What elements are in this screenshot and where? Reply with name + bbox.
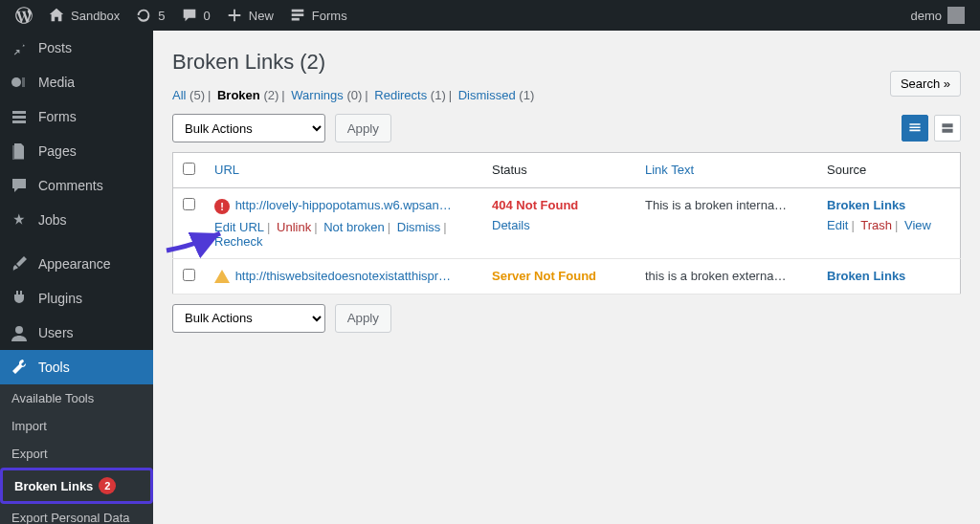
source-link[interactable]: Broken Links (827, 269, 905, 283)
menu-tools[interactable]: Tools (0, 350, 153, 384)
forms-link[interactable]: Forms (281, 0, 355, 31)
url-link[interactable]: http://lovely-hippopotamus.w6.wpsan… (235, 198, 452, 212)
table-row: http://lovely-hippopotamus.w6.wpsan… Edi… (173, 188, 961, 259)
apply-button[interactable]: Apply (335, 114, 391, 142)
updates-count: 5 (158, 9, 165, 23)
sub-import[interactable]: Import (0, 412, 153, 440)
pin-icon (10, 210, 29, 229)
menu-posts[interactable]: Posts (0, 31, 153, 65)
menu-jobs[interactable]: Jobs (0, 203, 153, 237)
url-row-actions: Edit URL| Unlink| Not broken| Dismiss| R… (214, 220, 473, 249)
apply-button-bottom[interactable]: Apply (335, 304, 391, 333)
menu-label: Appearance (38, 256, 111, 272)
filter-broken[interactable]: Broken (217, 88, 260, 102)
bulk-actions-top: Bulk Actions Apply (172, 114, 391, 142)
tools-submenu: Available Tools Import Export Broken Lin… (0, 384, 153, 524)
row-checkbox[interactable] (183, 198, 195, 210)
form-list-icon (10, 107, 29, 126)
col-linktext[interactable]: Link Text (645, 163, 694, 177)
menu-appearance[interactable]: Appearance (0, 247, 153, 281)
view-list-button[interactable] (902, 115, 928, 142)
col-url[interactable]: URL (214, 163, 239, 177)
forms-label: Forms (312, 9, 347, 23)
comments-link[interactable]: 0 (173, 0, 218, 31)
page-title: Broken Links (2) (172, 40, 534, 88)
filter-all[interactable]: All (172, 88, 186, 102)
link-text: this is a broken externa… (645, 269, 786, 283)
bulk-select-bottom[interactable]: Bulk Actions (172, 304, 325, 333)
bulk-select[interactable]: Bulk Actions (172, 114, 325, 142)
plug-icon (10, 289, 29, 308)
update-icon (135, 7, 152, 24)
wrench-icon (10, 358, 29, 377)
action-not-broken[interactable]: Not broken (323, 220, 385, 234)
link-text: This is a broken interna… (645, 198, 787, 212)
menu-forms[interactable]: Forms (0, 99, 153, 134)
updates-link[interactable]: 5 (127, 0, 172, 31)
wp-logo[interactable] (8, 0, 40, 31)
menu-plugins[interactable]: Plugins (0, 281, 153, 316)
action-edit-url[interactable]: Edit URL (214, 220, 264, 234)
table-row: http://thiswebsitedoesnotexistatthispr… … (173, 258, 961, 294)
wordpress-icon (15, 7, 33, 24)
menu-label: Forms (38, 109, 77, 124)
menu-label: Posts (38, 40, 72, 55)
sub-export[interactable]: Export (0, 440, 153, 468)
search-button[interactable]: Search » (890, 71, 961, 97)
bulk-actions-bottom: Bulk Actions Apply (172, 304, 391, 333)
comments-icon (10, 176, 29, 195)
sub-export-personal[interactable]: Export Personal Data (0, 504, 153, 524)
src-action-view[interactable]: View (904, 218, 931, 232)
action-details[interactable]: Details (492, 218, 530, 232)
excerpt-icon (940, 120, 955, 136)
filter-redirects[interactable]: Redirects (374, 88, 427, 102)
filter-dismissed[interactable]: Dismissed (458, 88, 516, 102)
menu-label: Tools (38, 360, 70, 375)
forms-icon (289, 7, 306, 24)
filter-warnings[interactable]: Warnings (291, 88, 343, 102)
user-name: demo (910, 9, 942, 23)
view-switcher (902, 115, 961, 142)
menu-label: Pages (38, 143, 77, 159)
brush-icon (10, 254, 29, 273)
home-icon (48, 7, 65, 24)
col-status: Status (492, 163, 527, 177)
menu-comments[interactable]: Comments (0, 168, 153, 203)
avatar (947, 7, 965, 24)
user-menu[interactable]: demo (902, 0, 972, 31)
src-action-edit[interactable]: Edit (827, 218, 848, 232)
plus-icon (226, 7, 243, 24)
admin-bar: Sandbox 5 0 New Forms demo (0, 0, 980, 31)
svg-point-1 (15, 326, 23, 334)
pin-icon (10, 38, 29, 57)
source-link[interactable]: Broken Links (827, 198, 905, 212)
select-all-checkbox[interactable] (183, 163, 195, 175)
comment-icon (181, 7, 198, 24)
pages-icon (10, 142, 29, 161)
broken-count-badge: 2 (99, 477, 116, 494)
site-name: Sandbox (71, 9, 120, 23)
menu-label: Users (38, 325, 74, 340)
warning-icon (214, 270, 230, 283)
menu-label: Media (38, 75, 75, 90)
view-excerpt-button[interactable] (934, 115, 961, 142)
action-dismiss[interactable]: Dismiss (397, 220, 441, 234)
sub-available-tools[interactable]: Available Tools (0, 384, 153, 412)
action-recheck[interactable]: Recheck (214, 234, 263, 249)
sub-broken-links[interactable]: Broken Links2 (0, 468, 153, 504)
action-unlink[interactable]: Unlink (277, 220, 311, 234)
admin-sidebar: Posts Media Forms Pages Comments Jobs Ap… (0, 31, 153, 524)
site-link[interactable]: Sandbox (40, 0, 127, 31)
new-link[interactable]: New (218, 0, 281, 31)
status-text: 404 Not Found (492, 198, 578, 212)
svg-point-0 (11, 77, 21, 87)
menu-label: Comments (38, 178, 103, 193)
url-link[interactable]: http://thiswebsitedoesnotexistatthispr… (235, 269, 451, 283)
row-checkbox[interactable] (183, 269, 195, 281)
menu-users[interactable]: Users (0, 316, 153, 350)
src-action-trash[interactable]: Trash (860, 218, 892, 232)
col-source: Source (827, 163, 866, 177)
menu-label: Plugins (38, 291, 82, 306)
menu-media[interactable]: Media (0, 65, 153, 99)
menu-pages[interactable]: Pages (0, 134, 153, 168)
